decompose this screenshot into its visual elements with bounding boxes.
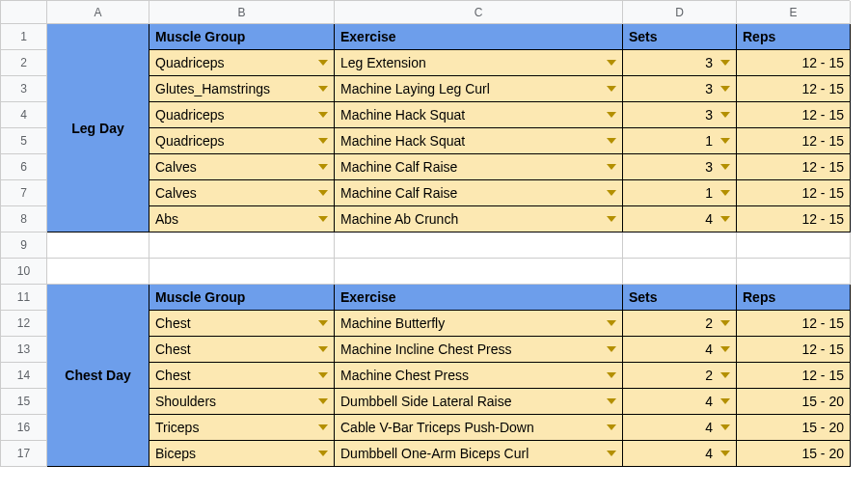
dropdown-icon[interactable] — [318, 451, 328, 456]
sets-cell[interactable]: 3 — [623, 102, 737, 128]
exercise-cell[interactable]: Machine Butterfly — [335, 311, 623, 337]
exercise-cell[interactable]: Dumbbell Side Lateral Raise — [335, 389, 623, 415]
sets-cell[interactable]: 4 — [623, 441, 737, 467]
empty-cell[interactable] — [335, 259, 623, 285]
dropdown-icon[interactable] — [318, 164, 328, 170]
dropdown-icon[interactable] — [607, 190, 616, 196]
dropdown-icon[interactable] — [720, 451, 730, 456]
reps-cell[interactable]: 12 - 15 — [737, 76, 851, 102]
muscle-cell[interactable]: Calves — [149, 154, 335, 180]
row-header-8[interactable]: 8 — [1, 206, 47, 232]
dropdown-icon[interactable] — [607, 451, 616, 456]
column-header-B[interactable]: B — [149, 1, 335, 24]
dropdown-icon[interactable] — [318, 346, 328, 352]
empty-cell[interactable] — [737, 232, 851, 259]
empty-cell[interactable] — [335, 232, 623, 259]
dropdown-icon[interactable] — [318, 320, 328, 326]
dropdown-icon[interactable] — [607, 216, 616, 222]
dropdown-icon[interactable] — [720, 320, 730, 326]
reps-cell[interactable]: 15 - 20 — [737, 415, 851, 441]
row-header-16[interactable]: 16 — [1, 415, 47, 441]
muscle-cell[interactable]: Quadriceps — [149, 128, 335, 154]
row-header-11[interactable]: 11 — [1, 285, 47, 311]
row-header-7[interactable]: 7 — [1, 180, 47, 206]
exercise-cell[interactable]: Machine Hack Squat — [335, 102, 623, 128]
row-header-15[interactable]: 15 — [1, 389, 47, 415]
reps-cell[interactable]: 12 - 15 — [737, 128, 851, 154]
sets-cell[interactable]: 4 — [623, 415, 737, 441]
dropdown-icon[interactable] — [720, 86, 730, 92]
exercise-cell[interactable]: Machine Hack Squat — [335, 128, 623, 154]
sets-cell[interactable]: 2 — [623, 311, 737, 337]
dropdown-icon[interactable] — [720, 346, 730, 352]
empty-cell[interactable] — [623, 232, 737, 259]
empty-cell[interactable] — [623, 259, 737, 285]
exercise-cell[interactable]: Machine Calf Raise — [335, 154, 623, 180]
row-header-10[interactable]: 10 — [1, 259, 47, 285]
muscle-cell[interactable]: Chest — [149, 311, 335, 337]
row-header-1[interactable]: 1 — [1, 24, 47, 50]
sets-cell[interactable]: 3 — [623, 50, 737, 76]
dropdown-icon[interactable] — [607, 320, 616, 326]
dropdown-icon[interactable] — [607, 60, 616, 66]
muscle-cell[interactable]: Chest — [149, 337, 335, 363]
row-header-5[interactable]: 5 — [1, 128, 47, 154]
dropdown-icon[interactable] — [318, 216, 328, 222]
sets-cell[interactable]: 4 — [623, 206, 737, 232]
dropdown-icon[interactable] — [720, 112, 730, 118]
dropdown-icon[interactable] — [318, 398, 328, 404]
dropdown-icon[interactable] — [720, 398, 730, 404]
reps-cell[interactable]: 12 - 15 — [737, 102, 851, 128]
sets-cell[interactable]: 2 — [623, 363, 737, 389]
sets-cell[interactable]: 4 — [623, 389, 737, 415]
dropdown-icon[interactable] — [607, 424, 616, 430]
dropdown-icon[interactable] — [720, 60, 730, 66]
dropdown-icon[interactable] — [318, 138, 328, 144]
muscle-cell[interactable]: Calves — [149, 180, 335, 206]
column-header-C[interactable]: C — [335, 1, 623, 24]
reps-cell[interactable]: 12 - 15 — [737, 311, 851, 337]
column-header-D[interactable]: D — [623, 1, 737, 24]
reps-cell[interactable]: 12 - 15 — [737, 363, 851, 389]
exercise-cell[interactable]: Cable V-Bar Triceps Push-Down — [335, 415, 623, 441]
reps-cell[interactable]: 12 - 15 — [737, 50, 851, 76]
dropdown-icon[interactable] — [720, 372, 730, 378]
exercise-cell[interactable]: Leg Extension — [335, 50, 623, 76]
dropdown-icon[interactable] — [607, 112, 616, 118]
dropdown-icon[interactable] — [607, 164, 616, 170]
muscle-cell[interactable]: Abs — [149, 206, 335, 232]
sets-cell[interactable]: 3 — [623, 154, 737, 180]
dropdown-icon[interactable] — [720, 164, 730, 170]
row-header-17[interactable]: 17 — [1, 441, 47, 467]
exercise-cell[interactable]: Machine Incline Chest Press — [335, 337, 623, 363]
exercise-cell[interactable]: Machine Ab Crunch — [335, 206, 623, 232]
exercise-cell[interactable]: Dumbbell One-Arm Biceps Curl — [335, 441, 623, 467]
reps-cell[interactable]: 15 - 20 — [737, 441, 851, 467]
muscle-cell[interactable]: Triceps — [149, 415, 335, 441]
sets-cell[interactable]: 4 — [623, 337, 737, 363]
row-header-4[interactable]: 4 — [1, 102, 47, 128]
reps-cell[interactable]: 12 - 15 — [737, 206, 851, 232]
dropdown-icon[interactable] — [318, 60, 328, 66]
dropdown-icon[interactable] — [318, 112, 328, 118]
sets-cell[interactable]: 1 — [623, 128, 737, 154]
row-header-14[interactable]: 14 — [1, 363, 47, 389]
dropdown-icon[interactable] — [318, 372, 328, 378]
row-header-6[interactable]: 6 — [1, 154, 47, 180]
dropdown-icon[interactable] — [720, 424, 730, 430]
dropdown-icon[interactable] — [318, 86, 328, 92]
muscle-cell[interactable]: Glutes_Hamstrings — [149, 76, 335, 102]
empty-cell[interactable] — [737, 259, 851, 285]
empty-cell[interactable] — [47, 259, 149, 285]
column-header-A[interactable]: A — [47, 1, 149, 24]
exercise-cell[interactable]: Machine Calf Raise — [335, 180, 623, 206]
muscle-cell[interactable]: Biceps — [149, 441, 335, 467]
row-header-12[interactable]: 12 — [1, 311, 47, 337]
empty-cell[interactable] — [149, 259, 335, 285]
reps-cell[interactable]: 12 - 15 — [737, 154, 851, 180]
reps-cell[interactable]: 12 - 15 — [737, 180, 851, 206]
empty-cell[interactable] — [47, 232, 149, 259]
dropdown-icon[interactable] — [607, 372, 616, 378]
dropdown-icon[interactable] — [720, 138, 730, 144]
dropdown-icon[interactable] — [318, 424, 328, 430]
